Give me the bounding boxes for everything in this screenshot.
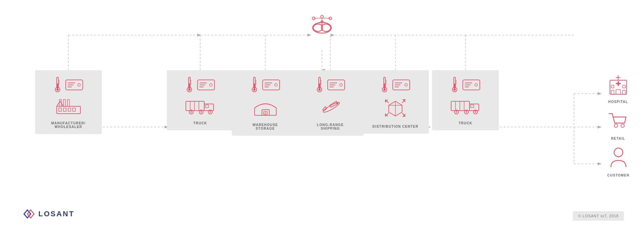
shipping-label: LONG-RANGE SHIPPING [317, 123, 344, 130]
svg-point-116 [383, 89, 386, 91]
node-shipping: LONG-RANGE SHIPPING [297, 70, 364, 136]
svg-rect-161 [611, 90, 614, 94]
svg-point-167 [614, 124, 618, 127]
svg-point-66 [210, 84, 212, 86]
svg-line-33 [314, 18, 322, 18]
svg-rect-72 [205, 105, 209, 108]
svg-point-81 [253, 89, 256, 91]
svg-rect-149 [470, 105, 474, 108]
diagram-container: MANUFACTURER/ WHOLESALER [0, 0, 644, 234]
truck1-label: TRUCK [194, 121, 207, 125]
truck-icon-2 [450, 98, 480, 115]
svg-rect-54 [67, 100, 69, 106]
retail-cart-icon [607, 110, 629, 132]
svg-point-155 [475, 111, 476, 113]
sensor-device-icon [65, 78, 83, 92]
svg-rect-163 [616, 90, 621, 94]
sensor-device-icon-5 [392, 78, 410, 92]
thermometer-icon-2 [185, 76, 194, 94]
distribution-label: DISTRIBUTION CENTER [372, 125, 418, 128]
distribution-sensors [380, 76, 410, 94]
svg-point-134 [453, 89, 456, 91]
svg-point-143 [475, 84, 477, 86]
customer-label: CUSTOMER [607, 173, 630, 177]
logo-text: LOSANT [38, 210, 74, 218]
svg-rect-159 [611, 85, 614, 88]
cloud-iot-icon [307, 15, 337, 37]
truck1-sensors [185, 76, 215, 94]
svg-point-113 [336, 102, 338, 104]
manufacturer-sensors [53, 76, 83, 94]
svg-point-169 [614, 148, 623, 157]
svg-rect-135 [454, 84, 455, 89]
svg-rect-101 [319, 84, 320, 89]
svg-rect-144 [451, 101, 469, 111]
manufacturer-label: MANUFACTURER/ WHOLESALER [51, 121, 86, 129]
svg-point-153 [466, 111, 467, 113]
sensor-device-icon-4 [327, 78, 345, 92]
dest-hospital: HOSPITAL [607, 74, 629, 104]
retail-label: RETAIL [611, 137, 625, 140]
node-truck1: TRUCK [167, 70, 234, 130]
svg-point-31 [321, 15, 323, 18]
svg-point-78 [210, 111, 211, 113]
svg-rect-49 [63, 108, 66, 111]
svg-point-151 [456, 111, 457, 113]
factory-icon [56, 98, 81, 115]
svg-point-90 [275, 84, 277, 86]
airplane-icon [318, 98, 343, 116]
hospital-label: HOSPITAL [608, 100, 628, 104]
warehouse-sensors [250, 76, 280, 94]
svg-point-109 [340, 84, 342, 86]
node-truck2: TRUCK [432, 70, 499, 130]
svg-rect-160 [623, 85, 625, 88]
thermometer-icon-6 [450, 76, 459, 94]
customer-person-icon [609, 147, 628, 169]
svg-rect-50 [68, 108, 71, 111]
truck2-label: TRUCK [459, 121, 472, 125]
svg-rect-51 [73, 108, 75, 111]
cloud-section [307, 15, 337, 37]
svg-point-168 [621, 124, 624, 127]
thermometer-icon-4 [315, 76, 324, 94]
svg-rect-82 [254, 84, 255, 89]
shipping-sensors [315, 76, 345, 94]
losant-logo-icon [20, 207, 35, 221]
svg-rect-38 [57, 84, 58, 89]
warehouse-label: WAREHOUSE STORAGE [253, 123, 278, 130]
svg-rect-58 [189, 84, 190, 89]
sensor-device-icon-3 [262, 78, 280, 92]
svg-rect-48 [59, 108, 61, 111]
truck-icon [185, 98, 215, 115]
svg-rect-158 [618, 81, 619, 86]
svg-rect-53 [63, 100, 65, 106]
sensor-device-icon-2 [197, 78, 215, 92]
thermometer-icon-5 [380, 76, 389, 94]
svg-point-46 [78, 84, 80, 86]
svg-line-34 [322, 18, 330, 18]
node-manufacturer: MANUFACTURER/ WHOLESALER [35, 70, 102, 134]
node-warehouse: WAREHOUSE STORAGE [232, 70, 299, 136]
svg-point-37 [56, 89, 59, 91]
node-distribution: DISTRIBUTION CENTER [362, 70, 429, 134]
svg-rect-117 [384, 84, 385, 89]
svg-point-74 [191, 111, 192, 113]
sensor-device-icon-6 [462, 78, 480, 92]
svg-point-100 [318, 89, 321, 91]
distribution-icon [384, 98, 407, 118]
copyright-text: © LOSANT IoT, 2018 [573, 211, 624, 221]
svg-point-57 [188, 89, 191, 91]
warehouse-icon [253, 98, 278, 116]
dest-retail: RETAIL [607, 110, 629, 140]
svg-point-76 [201, 111, 202, 113]
truck2-sensors [450, 76, 480, 94]
thermometer-icon-3 [250, 76, 259, 94]
svg-rect-47 [57, 106, 80, 114]
svg-rect-67 [186, 101, 204, 111]
svg-point-125 [405, 84, 407, 86]
svg-rect-162 [623, 90, 625, 94]
dest-customer: CUSTOMER [607, 147, 630, 177]
thermometer-icon [53, 76, 62, 94]
logo: LOSANT [20, 207, 74, 221]
hospital-icon [607, 74, 629, 95]
